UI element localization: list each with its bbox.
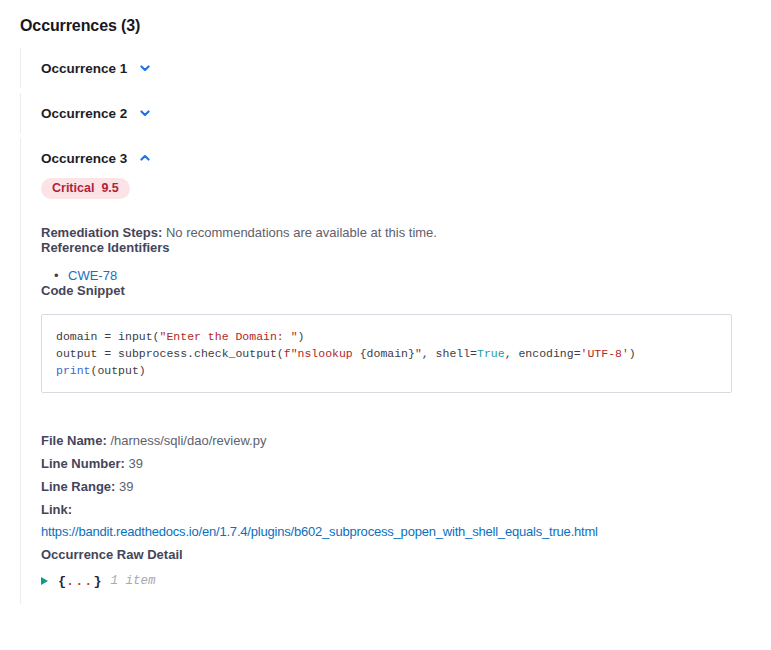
line-range-row: Line Range: 39 [41,475,751,498]
bandit-doc-link[interactable]: https://bandit.readthedocs.io/en/1.7.4/p… [41,521,751,542]
occurrence-3-toggle[interactable]: Occurrence 3 [41,148,751,168]
file-name-label: File Name: [41,433,107,448]
link-label: Link: [41,502,72,517]
link-label-row: Link: [41,498,751,521]
code-snippet-heading: Code Snippet [41,283,751,298]
line-number-label: Line Number: [41,456,125,471]
json-tree-root: {...} 1 item [41,572,751,590]
occurrence-meta: File Name: /harness/sqli/dao/review.py L… [41,429,751,565]
chevron-up-icon[interactable] [138,151,152,165]
occurrence-2-label: Occurrence 2 [41,106,127,121]
occurrence-section-2: Occurrence 2 [20,93,751,133]
list-item: CWE-78 [68,268,751,283]
file-name-row: File Name: /harness/sqli/dao/review.py [41,429,751,452]
json-ellipsis[interactable]: ... [66,574,93,589]
occurrence-raw-detail-heading: Occurrence Raw Detail [41,547,183,562]
chevron-down-icon[interactable] [138,61,152,75]
json-collapsed-braces[interactable]: {...} [58,574,102,589]
chevron-down-icon[interactable] [138,106,152,120]
occurrence-1-toggle[interactable]: Occurrence 1 [41,58,751,78]
file-name-value: /harness/sqli/dao/review.py [110,433,266,448]
severity-score: 9.5 [101,181,118,195]
expand-arrow-icon[interactable] [41,577,48,585]
line-range-value: 39 [119,479,133,494]
occurrence-3-detail: Critical 9.5 Remediation Steps: No recom… [41,168,751,594]
code-snippet: domain = input("Enter the Domain: ")outp… [41,314,732,393]
remediation-steps: Remediation Steps: No recommendations ar… [41,225,751,240]
occurrence-3-label: Occurrence 3 [41,151,127,166]
json-item-count: 1 item [111,574,156,588]
occurrence-section-1: Occurrence 1 [20,48,751,88]
occurrence-1-label: Occurrence 1 [41,61,127,76]
line-range-label: Line Range: [41,479,115,494]
reference-identifiers-heading: Reference Identifiers [41,240,751,255]
line-number-row: Line Number: 39 [41,452,751,475]
remediation-label: Remediation Steps: [41,225,162,240]
occurrences-panel: Occurrences (3) Occurrence 1 Occurrence … [0,0,771,604]
line-number-value: 39 [128,456,142,471]
reference-identifiers-list: CWE-78 [41,268,751,283]
occurrence-section-3: Occurrence 3 Critical 9.5 Remediation St… [20,138,751,604]
severity-label: Critical [52,181,94,195]
remediation-text: No recommendations are available at this… [166,225,437,240]
raw-detail-heading-row: Occurrence Raw Detail [41,544,751,565]
cwe-link[interactable]: CWE-78 [68,268,117,283]
severity-badge: Critical 9.5 [41,178,130,199]
page-title: Occurrences (3) [20,17,751,35]
occurrence-2-toggle[interactable]: Occurrence 2 [41,103,751,123]
